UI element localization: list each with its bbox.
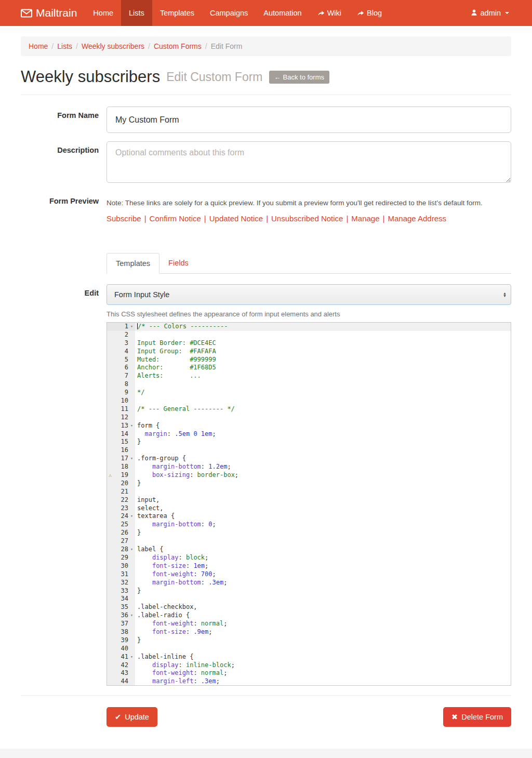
- editor-line[interactable]: 16: [107, 446, 511, 455]
- editor-line[interactable]: 14 margin: .5em 0 1em;: [107, 430, 511, 438]
- nav-item-wiki[interactable]: Wiki: [310, 0, 349, 26]
- nav-item-campaigns[interactable]: Campaigns: [202, 0, 256, 26]
- editor-line[interactable]: 20}: [107, 480, 511, 488]
- template-select[interactable]: Form Input Style ▲▼: [107, 284, 511, 305]
- editor-line[interactable]: 9*/: [107, 389, 511, 397]
- editor-line[interactable]: 27: [107, 537, 511, 546]
- top-navbar: Mailtrain HomeListsTemplatesCampaignsAut…: [0, 0, 532, 26]
- code-editor[interactable]: 1▾/* --- Colors ----------23Input Border…: [107, 322, 511, 686]
- editor-line[interactable]: 15}: [107, 438, 511, 446]
- editor-code-line: .label-radio {: [135, 611, 511, 620]
- fold-arrow-icon[interactable]: ▾: [128, 512, 135, 521]
- preview-link-confirm-notice[interactable]: Confirm Notice: [150, 214, 201, 223]
- helper-text: This CSS stylesheet defines the appearan…: [107, 310, 511, 318]
- preview-link-updated-notice[interactable]: Updated Notice: [209, 214, 263, 223]
- editor-line[interactable]: 36▾.label-radio {: [107, 611, 511, 620]
- editor-line[interactable]: 24▾textarea {: [107, 512, 511, 521]
- fold-arrow-icon[interactable]: ▾: [128, 546, 135, 554]
- editor-line[interactable]: 35.label-checkbox,: [107, 603, 511, 611]
- editor-line[interactable]: 18 margin-bottom: 1.2em;: [107, 463, 511, 471]
- editor-code-line: margin-left: .3em;: [135, 677, 511, 686]
- line-number: 18: [121, 463, 128, 471]
- editor-line[interactable]: 42 display: inline-block;: [107, 661, 511, 670]
- preview-link-unsubscribed-notice[interactable]: Unsubscribed Notice: [271, 214, 343, 223]
- fold-arrow-icon[interactable]: ▾: [128, 323, 135, 331]
- editor-line[interactable]: 6Anchor: #1F68D5: [107, 364, 511, 372]
- editor-code-line: [135, 331, 511, 339]
- code-token: ;: [227, 463, 231, 470]
- line-number: 38: [121, 628, 128, 636]
- gutter-spacer: [128, 364, 135, 372]
- editor-line[interactable]: 5Muted: #999999: [107, 356, 511, 364]
- editor-line[interactable]: 37 font-weight: normal;: [107, 620, 511, 628]
- editor-line[interactable]: 10: [107, 397, 511, 405]
- editor-gutter-cell: 42: [107, 661, 135, 670]
- editor-line[interactable]: 13▾form {: [107, 422, 511, 430]
- editor-line[interactable]: 7Alerts: ...: [107, 372, 511, 380]
- nav-item-automation[interactable]: Automation: [256, 0, 309, 26]
- editor-code-line: margin-bottom: 0;: [135, 521, 511, 529]
- brand-logo[interactable]: Mailtrain: [21, 0, 85, 26]
- delete-form-button[interactable]: ✖Delete Form: [443, 707, 511, 727]
- form-name-input[interactable]: [107, 107, 511, 133]
- line-number: 29: [121, 554, 128, 562]
- description-textarea[interactable]: [107, 141, 511, 183]
- editor-code-line: Input Border: #DCE4EC: [135, 339, 511, 348]
- editor-line[interactable]: 12: [107, 414, 511, 422]
- code-token: normal: [201, 669, 223, 676]
- editor-line[interactable]: 11/* --- General -------- */: [107, 405, 511, 414]
- tab-templates[interactable]: Templates: [107, 253, 159, 274]
- editor-code-line: Input Group: #FAFAFA: [135, 348, 511, 356]
- editor-line[interactable]: 43 font-weight: normal;: [107, 669, 511, 677]
- nav-item-templates[interactable]: Templates: [152, 0, 202, 26]
- editor-line[interactable]: 22input,: [107, 496, 511, 504]
- editor-line[interactable]: 28▾label {: [107, 546, 511, 554]
- editor-line[interactable]: 38 font-size: .9em;: [107, 628, 511, 636]
- fold-arrow-icon[interactable]: ▾: [128, 611, 135, 620]
- tab-fields[interactable]: Fields: [159, 253, 197, 274]
- editor-line[interactable]: 41▾.label-inline {: [107, 653, 511, 661]
- editor-gutter-cell: 18: [107, 463, 135, 471]
- fold-arrow-icon[interactable]: ▾: [128, 653, 135, 661]
- editor-line[interactable]: 4Input Group: #FAFAFA: [107, 348, 511, 356]
- preview-link-manage[interactable]: Manage: [351, 214, 379, 223]
- breadcrumb-link[interactable]: Weekly subscribers: [82, 42, 144, 50]
- code-token: [137, 570, 152, 578]
- code-token: display: [152, 554, 179, 561]
- editor-line[interactable]: 33}: [107, 587, 511, 595]
- editor-line[interactable]: 31 font-weight: 700;: [107, 570, 511, 579]
- preview-link-manage-address[interactable]: Manage Address: [388, 214, 446, 223]
- back-to-forms-button[interactable]: ←Back to forms: [269, 71, 329, 84]
- nav-item-blog[interactable]: Blog: [349, 0, 390, 26]
- editor-line[interactable]: 3Input Border: #DCE4EC: [107, 339, 511, 348]
- preview-link-subscribe[interactable]: Subscribe: [107, 214, 141, 223]
- editor-line[interactable]: 39}: [107, 636, 511, 645]
- editor-line[interactable]: 29 display: block;: [107, 554, 511, 562]
- user-menu[interactable]: admin: [463, 0, 512, 26]
- nav-item-home[interactable]: Home: [85, 0, 121, 26]
- editor-line[interactable]: 23select,: [107, 504, 511, 513]
- line-number: 27: [121, 537, 128, 546]
- editor-gutter-cell: 17▾: [107, 455, 135, 463]
- editor-line[interactable]: 34: [107, 595, 511, 603]
- editor-line[interactable]: 32 margin-bottom: .3em;: [107, 579, 511, 587]
- breadcrumb-link[interactable]: Custom Forms: [154, 42, 202, 50]
- editor-line[interactable]: 21: [107, 488, 511, 496]
- editor-line[interactable]: 40: [107, 645, 511, 653]
- nav-item-lists[interactable]: Lists: [121, 0, 152, 26]
- update-button[interactable]: ✔Update: [107, 707, 157, 727]
- breadcrumb-link[interactable]: Lists: [57, 42, 72, 50]
- editor-line[interactable]: 25 margin-bottom: 0;: [107, 521, 511, 529]
- breadcrumb-link[interactable]: Home: [29, 42, 48, 50]
- editor-line[interactable]: 2: [107, 331, 511, 339]
- fold-arrow-icon[interactable]: ▾: [128, 455, 135, 463]
- editor-line[interactable]: 8: [107, 380, 511, 389]
- fold-arrow-icon[interactable]: ▾: [128, 422, 135, 430]
- breadcrumb-separator: /: [72, 42, 82, 50]
- editor-line[interactable]: 1▾/* --- Colors ----------: [107, 323, 511, 331]
- editor-line[interactable]: 26}: [107, 529, 511, 537]
- editor-line[interactable]: 44 margin-left: .3em;: [107, 677, 511, 686]
- editor-line[interactable]: 30 font-size: 1em;: [107, 562, 511, 570]
- editor-line[interactable]: ⚠19 box-sizing: border-box;: [107, 471, 511, 480]
- editor-line[interactable]: 17▾.form-group {: [107, 455, 511, 463]
